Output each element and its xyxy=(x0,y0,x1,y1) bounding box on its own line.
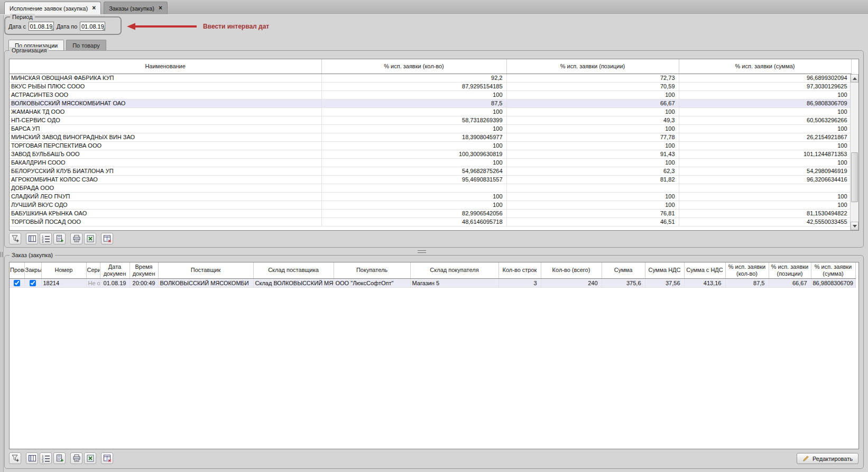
column-header-series[interactable]: Сери xyxy=(86,262,100,278)
table-row[interactable]: ВКУС РЫБЫ ПЛЮС СООО 87,9295154185 70,59 … xyxy=(10,82,851,90)
excel-export-icon[interactable] xyxy=(84,233,96,244)
panel-splitter[interactable] xyxy=(4,249,864,253)
org-sum-cell: 97,3030129625 xyxy=(679,82,851,90)
pct-qty-cell: 87,5 xyxy=(725,278,769,287)
org-pos-cell: 72,73 xyxy=(506,74,679,82)
sum-with-vat-cell: 413,16 xyxy=(684,278,725,287)
edit-button[interactable]: Редактировать xyxy=(797,453,858,464)
column-header-supplier[interactable]: Поставщик xyxy=(158,262,253,278)
column-header-closed[interactable]: Закры xyxy=(24,262,41,278)
table-row[interactable]: ДОБРАДА ООО xyxy=(10,184,851,192)
table-row[interactable]: БАКАЛДРИН СООО 100 100 100 xyxy=(10,158,851,167)
table-row[interactable]: СЛАДКИЙ ЛЕО ПЧУП 100 100 100 xyxy=(10,192,851,201)
column-header-pct-qty[interactable]: % исп. заявки (кол-во) xyxy=(725,262,769,278)
org-sum-cell: 54,2980946919 xyxy=(679,167,851,175)
column-header-supplier-warehouse[interactable]: Склад поставщика xyxy=(253,262,334,278)
table-row[interactable]: ТОРГОВАЯ ПЕРСПЕКТИВА ООО 100 100 100 xyxy=(10,141,851,150)
column-settings-icon[interactable] xyxy=(101,233,113,244)
org-qty-cell: 100 xyxy=(321,141,506,150)
line-count-cell: 3 xyxy=(498,278,541,287)
row-numbers-icon[interactable]: 123 xyxy=(40,452,52,464)
column-header-buyer[interactable]: Покупатель xyxy=(334,262,410,278)
filter-add-icon[interactable] xyxy=(9,233,21,244)
org-name-cell: АСТРАСИНТЕЗ ООО xyxy=(10,90,321,99)
table-row[interactable]: ТОРГОВЫЙ ПОСАД ООО 48,6146095718 46,51 4… xyxy=(10,217,851,226)
date-from-input[interactable] xyxy=(29,22,54,31)
column-header-sum[interactable]: Сумма xyxy=(602,262,645,278)
column-header-sum-vat[interactable]: Сумма НДС xyxy=(645,262,684,278)
print-icon[interactable] xyxy=(70,233,82,244)
column-header-sum-with-vat[interactable]: Сумма с НДС xyxy=(684,262,725,278)
tab-ispolnenie-zayavok[interactable]: Исполнение заявок (закупка) × xyxy=(4,2,101,14)
filter-add-icon[interactable] xyxy=(9,452,21,464)
org-pos-cell: 100 xyxy=(506,141,679,150)
org-qty-cell: 95,4690831557 xyxy=(321,175,506,184)
table-row[interactable]: АСТРАСИНТЕЗ ООО 100 100 100 xyxy=(10,90,851,99)
column-header-doc-date[interactable]: Дата докумен xyxy=(100,262,130,278)
table-row[interactable]: МИНСКАЯ ОВОЩНАЯ ФАБРИКА КУП 92,2 72,73 9… xyxy=(10,74,851,82)
table-row[interactable]: БАРСА УП 100 100 100 xyxy=(10,124,851,133)
column-header-pct-sum[interactable]: % исп. заявки (сумма) xyxy=(811,262,855,278)
scroll-up-icon[interactable] xyxy=(851,74,858,83)
calculator-add-icon[interactable] xyxy=(53,233,66,244)
org-sum-cell: 100 xyxy=(679,141,851,150)
vertical-scrollbar[interactable] xyxy=(850,74,858,230)
column-header-pct-pos[interactable]: % исп. заявки (позиции) xyxy=(506,59,679,74)
organization-grid: Наименование % исп. заявки (кол-во) % ис… xyxy=(9,59,859,231)
close-icon[interactable]: × xyxy=(159,5,162,11)
table-row[interactable]: БАБУШКИНА КРЫНКА ОАО 82,9906542056 76,81… xyxy=(10,209,851,217)
org-qty-cell: 58,7318269399 xyxy=(321,116,506,124)
columns-icon[interactable] xyxy=(26,233,38,244)
date-to-input[interactable] xyxy=(80,22,105,31)
excel-export-icon[interactable] xyxy=(84,452,96,464)
column-header-pct-sum[interactable]: % исп. заявки (сумма) xyxy=(679,59,851,74)
org-sum-cell: 96,3206634416 xyxy=(679,175,851,184)
column-header-line-count[interactable]: Кол-во строк xyxy=(498,262,541,278)
org-sum-cell: 60,5063296266 xyxy=(679,116,851,124)
column-header-pct-pos[interactable]: % исп. заявки (позиции) xyxy=(769,262,811,278)
column-header-number[interactable]: Номер xyxy=(41,262,86,278)
org-qty-cell: 100 xyxy=(321,192,506,201)
table-row[interactable]: ЖАМАНАК ТД ООО 100 100 100 xyxy=(10,107,851,116)
closed-checkbox[interactable] xyxy=(30,280,36,286)
proved-checkbox[interactable] xyxy=(14,280,20,286)
date-to-wrap xyxy=(80,22,105,31)
column-header-buyer-warehouse[interactable]: Склад покупателя xyxy=(410,262,498,278)
left-splitter[interactable] xyxy=(0,15,4,472)
tab-po-tovaru[interactable]: По товару xyxy=(66,40,106,50)
table-row-selected[interactable]: ВОЛКОВЫССКИЙ МЯСОКОМБИНАТ ОАО 87,5 66,67… xyxy=(10,99,851,107)
org-pos-cell xyxy=(506,184,679,192)
table-row[interactable]: НП-СЕРВИС ОДО 58,7318269399 49,3 60,5063… xyxy=(10,116,851,124)
pct-sum-cell: 86,9808306709 xyxy=(811,278,855,287)
table-row[interactable]: ЛУЧШИЙ ВКУС ОДО 100 100 100 xyxy=(10,201,851,209)
column-header-doc-time[interactable]: Время докумен xyxy=(130,262,158,278)
column-header-name[interactable]: Наименование xyxy=(10,59,321,74)
close-icon[interactable]: × xyxy=(92,5,96,11)
pct-pos-cell: 66,67 xyxy=(769,278,811,287)
org-name-cell: ТОРГОВАЯ ПЕРСПЕКТИВА ООО xyxy=(10,141,321,150)
columns-icon[interactable] xyxy=(26,452,38,464)
column-header-pct-qty[interactable]: % исп. заявки (кол-во) xyxy=(321,59,506,74)
order-row[interactable]: 18214 Не о 01.08.19 20:00:49 ВОЛКОВЫССКИ… xyxy=(10,278,855,287)
row-numbers-icon[interactable]: 123 xyxy=(40,233,52,244)
calculator-add-icon[interactable] xyxy=(53,452,66,464)
table-row[interactable]: МИНСКИЙ ЗАВОД ВИНОГРАДНЫХ ВИН ЗАО 18,390… xyxy=(10,133,851,141)
org-qty-cell: 100,3009630819 xyxy=(321,150,506,158)
supplier-warehouse-cell: Склад ВОЛКОВЫССКИЙ МЯСОК xyxy=(253,278,334,287)
scroll-down-icon[interactable] xyxy=(851,222,858,230)
column-header-proved[interactable]: Прове xyxy=(10,262,24,278)
column-header-qty-total[interactable]: Кол-во (всего) xyxy=(541,262,602,278)
organization-groupbox: Организация Наименование % исп. заявки (… xyxy=(4,50,864,248)
org-pos-cell: 76,81 xyxy=(506,209,679,217)
print-icon[interactable] xyxy=(70,452,82,464)
order-grid: Прове Закры Номер Сери Дата докумен Врем… xyxy=(9,262,859,449)
column-settings-icon[interactable] xyxy=(101,452,113,464)
table-row[interactable]: БЕЛОРУССКИЙ КЛУБ БИАТЛОНА УП 54,96828752… xyxy=(10,167,851,175)
tab-zakazy[interactable]: Заказы (закупка) × xyxy=(104,2,168,14)
doc-time-cell: 20:00:49 xyxy=(130,278,158,287)
table-row[interactable]: АГРОКОМБИНАТ КОЛОС СЗАО 95,4690831557 81… xyxy=(10,175,851,184)
table-row[interactable]: ЗАВОД БУЛЬБАШЪ ООО 100,3009630819 91,43 … xyxy=(10,150,851,158)
sum-vat-cell: 37,56 xyxy=(645,278,684,287)
scrollbar-thumb[interactable] xyxy=(851,152,858,202)
organization-toolbar: 123 xyxy=(9,233,115,244)
